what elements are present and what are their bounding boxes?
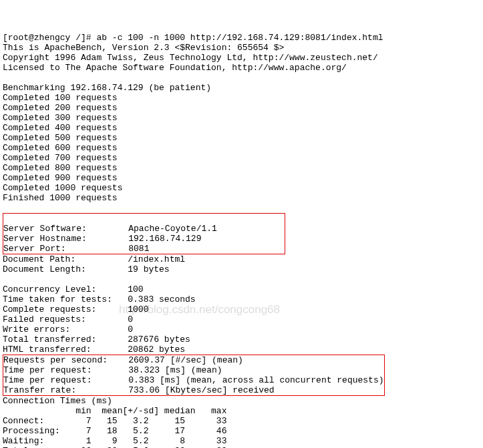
conn-waiting: Waiting: 1 9 5.2 8 33 xyxy=(3,436,226,446)
transfer-rate: Transfer rate: 733.06 [Kbytes/sec] recei… xyxy=(3,385,275,395)
completed-1: Completed 200 requests xyxy=(3,103,118,113)
prompt-line: [root@zhengcy /]# ab -c 100 -n 1000 http… xyxy=(3,33,383,43)
completed-3: Completed 400 requests xyxy=(3,123,118,133)
html-transferred: HTML transferred: 20862 bytes xyxy=(3,345,185,355)
conn-hdr: min mean[+/-sd] median max xyxy=(3,406,226,416)
completed-7: Completed 800 requests xyxy=(3,163,118,173)
header-l2: Copyright 1996 Adam Twiss, Zeus Technolo… xyxy=(3,53,378,63)
server-info-box: Server Software: Apache-Coyote/1.1 Serve… xyxy=(3,213,285,254)
doc-path: Document Path: /index.html xyxy=(3,254,185,264)
complete-req: Complete requests: 1000 xyxy=(3,304,148,314)
perf-box: Requests per second: 2609.37 [#/sec] (me… xyxy=(3,355,385,396)
total-transferred: Total transferred: 287676 bytes xyxy=(3,334,190,345)
tpr-all: Time per request: 0.383 [ms] (mean, acro… xyxy=(3,375,384,385)
completed-2: Completed 300 requests xyxy=(3,113,118,123)
server-port: Server Port: 8081 xyxy=(3,244,149,254)
completed-8: Completed 900 requests xyxy=(3,173,118,183)
header-l1: This is ApacheBench, Version 2.3 <$Revis… xyxy=(3,43,284,53)
tpr-mean: Time per request: 38.323 [ms] (mean) xyxy=(3,365,222,375)
concurrency: Concurrency Level: 100 xyxy=(3,284,144,294)
completed-0: Completed 100 requests xyxy=(3,93,118,103)
completed-4: Completed 500 requests xyxy=(3,133,118,143)
completed-6: Completed 700 requests xyxy=(3,153,118,163)
bench-line: Benchmarking 192.168.74.129 (be patient) xyxy=(3,83,211,93)
conn-processing: Processing: 7 18 5.2 17 46 xyxy=(3,426,226,436)
header-l3: Licensed to The Apache Software Foundati… xyxy=(3,63,347,73)
conn-connect: Connect: 7 15 3.2 15 33 xyxy=(3,416,226,426)
doc-length: Document Length: 19 bytes xyxy=(3,264,170,274)
rps: Requests per second: 2609.37 [#/sec] (me… xyxy=(3,355,243,365)
time-taken: Time taken for tests: 0.383 seconds xyxy=(3,294,196,304)
finished: Finished 1000 requests xyxy=(3,193,118,203)
write-errors: Write errors: 0 xyxy=(3,324,133,334)
conn-title: Connection Times (ms) xyxy=(3,396,112,406)
failed-req: Failed requests: 0 xyxy=(3,314,133,324)
server-hostname: Server Hostname: 192.168.74.129 xyxy=(3,234,201,244)
completed-9: Completed 1000 requests xyxy=(3,183,122,193)
completed-5: Completed 600 requests xyxy=(3,143,118,153)
server-software: Server Software: Apache-Coyote/1.1 xyxy=(3,224,217,234)
